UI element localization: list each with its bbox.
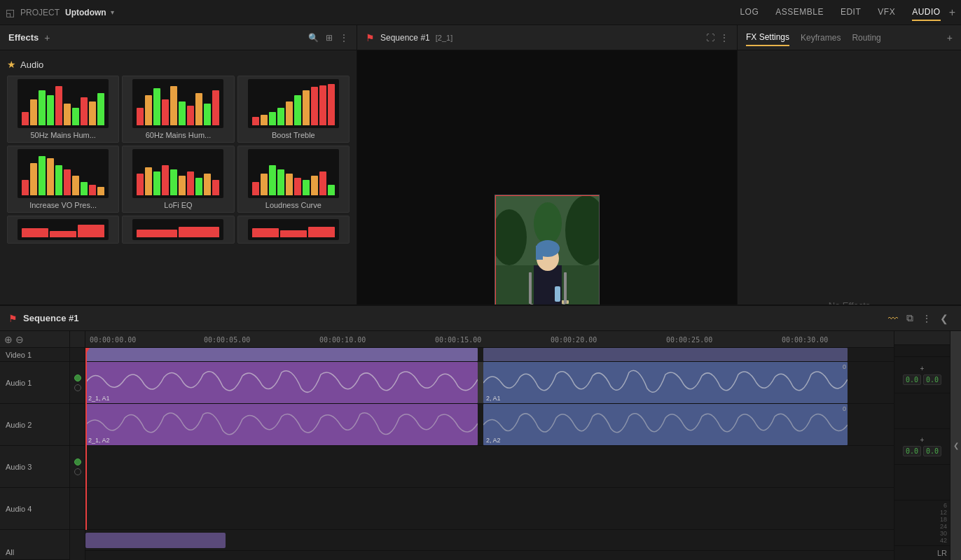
- project-name: Uptodown: [65, 8, 106, 18]
- zoom-row: ⊕ ⊖: [0, 331, 69, 348]
- meter-tick-18: 18: [940, 516, 947, 523]
- timeline-body: ⊕ ⊖ Video 1 Audio 1 Audio 2 Audio 3 Audi…: [0, 331, 961, 560]
- meter-scale: 6 12 18 24 30 42: [894, 500, 950, 546]
- add-fx-button[interactable]: +: [947, 32, 953, 43]
- svg-text:00:00:30.00: 00:00:30.00: [782, 336, 828, 344]
- meter-tick-30: 30: [940, 530, 947, 537]
- project-dropdown-icon[interactable]: ▾: [111, 8, 114, 16]
- meter-panel: + 0.0 0.0 + 0.0 0.0: [894, 331, 950, 560]
- audio2-clip2-label: 2, A2: [486, 437, 501, 444]
- sequence-flag-icon: ⚑: [366, 32, 375, 43]
- effects-grid: 50Hz Mains Hum...: [6, 76, 351, 244]
- audio3-solo-button[interactable]: [74, 468, 81, 475]
- audio2-clip-2[interactable]: 2, A2 0: [483, 404, 848, 445]
- effect-thumbnail-row3-3: [248, 219, 339, 240]
- nav-tabs: LOG ASSEMBLE EDIT VFX AUDIO: [740, 4, 940, 21]
- audio2-clip2-level: 0: [843, 405, 846, 412]
- tab-keyframes[interactable]: Keyframes: [801, 30, 841, 46]
- grid-view-icon[interactable]: ⊞: [326, 33, 333, 43]
- effect-card-row3-2[interactable]: [122, 216, 234, 244]
- audio1-clip-2[interactable]: 2, A1 0: [483, 362, 848, 403]
- track-label-all: All: [0, 530, 69, 560]
- add-effect-button[interactable]: +: [44, 32, 50, 43]
- track-label-audio4: Audio 4: [0, 488, 69, 530]
- fullscreen-icon[interactable]: ⛶: [706, 33, 714, 43]
- effect-card-row3-1[interactable]: [7, 216, 119, 244]
- effect-card-row3-3[interactable]: [237, 216, 350, 244]
- waveform-display-icon[interactable]: 〰: [888, 313, 898, 324]
- effect-card-50hz[interactable]: 50Hz Mains Hum...: [7, 76, 119, 143]
- effect-card-loudness-curve[interactable]: Loudness Curve: [237, 146, 350, 213]
- sequence-id: [2_1]: [436, 34, 452, 42]
- playhead: [85, 348, 87, 530]
- video1-label: Video 1: [6, 351, 32, 359]
- tab-routing[interactable]: Routing: [852, 30, 880, 46]
- audio1-meter-left: 0.0: [903, 374, 921, 385]
- effect-card-60hz[interactable]: 60Hz Mains Hum...: [122, 76, 234, 143]
- add-workspace-button[interactable]: +: [949, 6, 955, 19]
- meter3-add-icon: +: [920, 436, 925, 444]
- tracks-canvas[interactable]: 00:00:00.00 00:00:05.00 00:00:10.00 00:0…: [85, 331, 894, 560]
- audio1-meter-right: 0.0: [923, 374, 941, 385]
- svg-text:00:00:20.00: 00:00:20.00: [551, 336, 597, 344]
- meter-tick-42: 42: [940, 537, 947, 544]
- audio1-clip-1[interactable]: 2_1, A1: [85, 362, 478, 403]
- audio1-track: 2_1, A1 2, A1 0: [85, 362, 894, 404]
- effect-thumbnail-60hz: [132, 79, 223, 128]
- tab-log[interactable]: LOG: [740, 4, 759, 21]
- effect-thumbnail-row3-2: [132, 219, 223, 240]
- svg-text:00:00:15.00: 00:00:15.00: [435, 336, 481, 344]
- tab-vfx[interactable]: VFX: [878, 4, 895, 21]
- tab-edit[interactable]: EDIT: [841, 4, 861, 21]
- effect-card-boost-treble[interactable]: Boost Treble: [237, 76, 350, 143]
- video-clip-2[interactable]: [483, 348, 848, 361]
- meter-add-icon: +: [920, 365, 925, 372]
- track-label-audio1: Audio 1: [0, 362, 69, 404]
- effect-name-loudness-curve: Loudness Curve: [241, 201, 346, 209]
- audio3-enable-button[interactable]: [74, 458, 81, 465]
- track-enable-buttons: [70, 331, 85, 560]
- effects-toolbar: 🔍 ⊞ ⋮: [308, 33, 348, 43]
- audio2-clip-1[interactable]: 2_1, A2: [85, 404, 478, 445]
- meter-tick-12: 12: [940, 509, 947, 516]
- favorite-icon: ★: [7, 59, 16, 70]
- audio4-label: Audio 4: [6, 505, 32, 513]
- tab-audio[interactable]: AUDIO: [912, 4, 941, 21]
- tab-assemble[interactable]: ASSEMBLE: [775, 4, 824, 21]
- effect-card-increase-vo[interactable]: Increase VO Pres...: [7, 146, 119, 213]
- zoom-in-button[interactable]: ⊕: [4, 334, 13, 345]
- timeline-more-icon[interactable]: ⋮: [922, 313, 932, 324]
- effect-card-lofi-eq[interactable]: LoFi EQ: [122, 146, 234, 213]
- timeline-header: ⚑ Sequence #1 〰 ⧉ ⋮ ❮: [0, 306, 961, 331]
- svg-text:00:00:10.00: 00:00:10.00: [319, 336, 366, 344]
- app-icon: ◱: [6, 7, 15, 18]
- copy-timecode-icon[interactable]: ⧉: [906, 312, 913, 324]
- effects-header: Effects + 🔍 ⊞ ⋮: [0, 25, 357, 50]
- project-label: PROJECT: [20, 8, 60, 18]
- all-track-clip[interactable]: [85, 533, 226, 548]
- preview-more-icon[interactable]: ⋮: [720, 33, 728, 43]
- all-label: All: [6, 548, 14, 556]
- audio3-label: Audio 3: [6, 463, 32, 471]
- effect-thumbnail-loudness-curve: [248, 149, 339, 198]
- audio1-label: Audio 1: [6, 379, 32, 387]
- collapse-timeline-icon[interactable]: ❮: [940, 313, 948, 324]
- video-clip-1[interactable]: [85, 348, 478, 361]
- timeline-section: ⚑ Sequence #1 〰 ⧉ ⋮ ❮ ⊕ ⊖ Video 1 Audio …: [0, 304, 961, 560]
- audio1-enable-button[interactable]: [74, 374, 81, 382]
- audio-section-header: ★ Audio: [6, 56, 351, 76]
- zoom-out-button[interactable]: ⊖: [15, 334, 24, 345]
- meter-tick-6: 6: [943, 502, 947, 509]
- lr-label: LR: [937, 549, 947, 557]
- more-options-icon[interactable]: ⋮: [340, 33, 348, 43]
- top-nav: ◱ PROJECT Uptodown ▾ LOG ASSEMBLE EDIT V…: [0, 0, 961, 25]
- tab-fx-settings[interactable]: FX Settings: [746, 29, 789, 46]
- audio2-clip1-label: 2_1, A2: [88, 437, 110, 444]
- search-icon[interactable]: 🔍: [308, 33, 319, 43]
- audio1-solo-button[interactable]: [74, 384, 81, 391]
- audio3-meter: + 0.0 0.0: [894, 429, 950, 465]
- collapse-arrow-icon: ❮: [953, 442, 959, 449]
- svg-rect-18: [555, 286, 560, 302]
- timeline-collapse-button[interactable]: ❮: [950, 331, 961, 560]
- meter-tick-24: 24: [940, 523, 947, 530]
